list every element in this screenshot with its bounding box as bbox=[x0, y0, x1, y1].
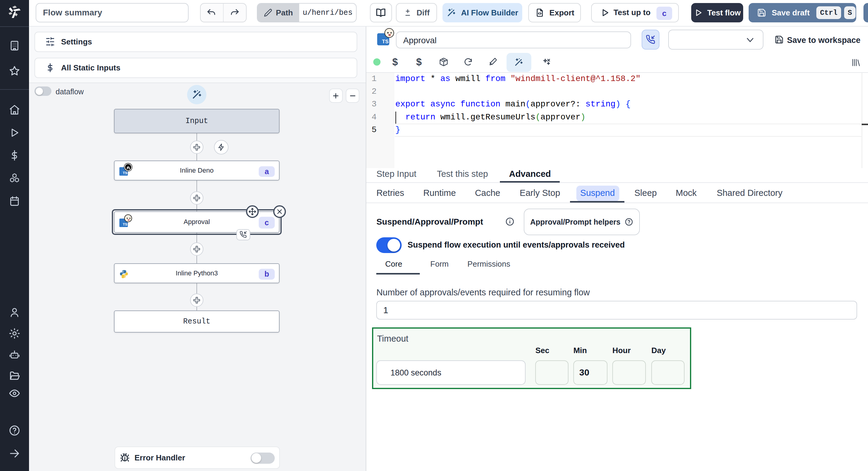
svg-text:TS: TS bbox=[382, 39, 389, 45]
svg-text:TS: TS bbox=[123, 222, 127, 226]
svg-text:TS: TS bbox=[123, 171, 127, 175]
